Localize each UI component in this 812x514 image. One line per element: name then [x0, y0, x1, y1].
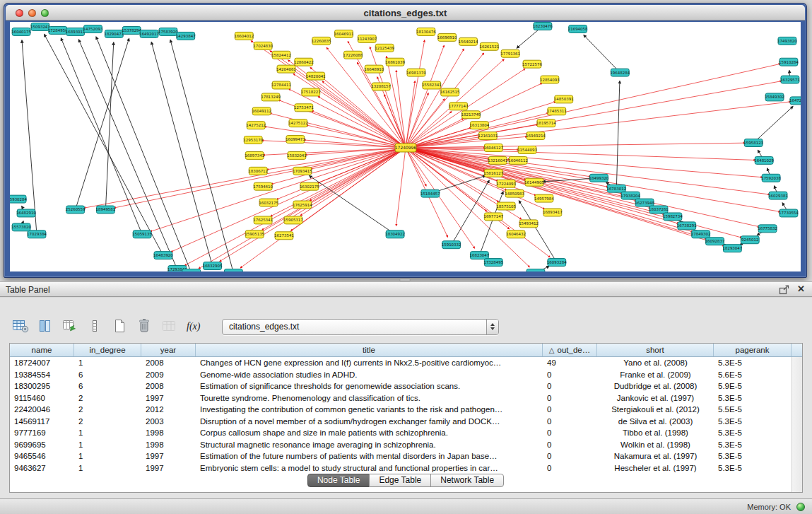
- graph-node[interactable]: 16775832: [758, 225, 777, 233]
- graph-node[interactable]: 16783012: [606, 185, 626, 192]
- graph-node[interactable]: 17485311: [547, 107, 567, 115]
- graph-node[interactable]: 12953170: [243, 136, 263, 144]
- graph-node[interactable]: 16977147: [483, 213, 503, 221]
- graph-node[interactable]: 16472937: [789, 97, 801, 105]
- graph-node[interactable]: 15905135: [245, 230, 264, 238]
- graph-node[interactable]: 15910284: [779, 58, 799, 66]
- graph-node[interactable]: 16897341: [245, 151, 264, 159]
- graph-node[interactable]: 16273541: [274, 232, 294, 240]
- graph-node[interactable]: 12784411: [271, 81, 291, 89]
- graph-node[interactable]: 16893417: [543, 209, 563, 216]
- window-titlebar[interactable]: citations_edges.txt: [6, 5, 805, 21]
- tab-network-table[interactable]: Network Table: [430, 474, 504, 487]
- graph-node[interactable]: 16696910: [437, 33, 457, 41]
- graph-node[interactable]: 16861039: [385, 58, 405, 66]
- graph-node[interactable]: 17224093: [496, 180, 516, 187]
- graph-node[interactable]: 17328495: [483, 259, 503, 267]
- graph-node[interactable]: 16040175: [11, 28, 31, 35]
- graph-node[interactable]: 17592038: [761, 174, 781, 182]
- graph-node[interactable]: 17518227: [301, 88, 321, 96]
- table-row[interactable]: 946554611997Estimation of the future num…: [10, 450, 792, 462]
- graph-node[interactable]: 15958123: [743, 139, 763, 147]
- graph-node[interactable]: 25260559: [66, 206, 86, 214]
- graph-node[interactable]: 17849302: [691, 230, 711, 238]
- graph-node[interactable]: 16049112: [252, 107, 271, 115]
- graph-node[interactable]: 16492017: [139, 30, 159, 37]
- graph-node[interactable]: 14850391: [554, 95, 574, 103]
- graph-node[interactable]: 17493820: [777, 37, 797, 45]
- table-row[interactable]: 969969511998Structural magnetic resonanc…: [10, 439, 792, 451]
- delete-column-button[interactable]: [135, 317, 153, 336]
- graph-node[interactable]: 18306712: [248, 167, 268, 175]
- graph-node[interactable]: 17730554: [779, 209, 799, 217]
- graph-node[interactable]: 16648910: [364, 65, 384, 73]
- graph-hub-node[interactable]: 17240996: [395, 144, 417, 152]
- graph-node[interactable]: 16313804: [470, 122, 490, 129]
- column-header-out_degree[interactable]: △out_de…: [543, 344, 597, 356]
- graph-node[interactable]: 16832905: [203, 262, 223, 270]
- graph-node[interactable]: 14275122: [288, 119, 308, 127]
- graph-node[interactable]: 13208157: [371, 83, 391, 90]
- table-row[interactable]: 1938455462009Genome-wide association stu…: [10, 369, 792, 381]
- column-header-pagerank[interactable]: pagerank: [714, 344, 792, 356]
- graph-node[interactable]: 17029384: [27, 230, 47, 238]
- graph-node[interactable]: 15910332: [442, 241, 461, 249]
- table-row[interactable]: 946362711997Embryonic stem cells: a mode…: [10, 462, 792, 474]
- graph-node[interactable]: 16046127: [483, 144, 503, 152]
- graph-node[interactable]: 16604012: [234, 32, 254, 40]
- graph-node[interactable]: 15184457: [420, 189, 440, 197]
- graph-node[interactable]: 14293847: [176, 32, 196, 40]
- graph-node[interactable]: 16092837: [705, 238, 725, 245]
- graph-node[interactable]: 21694058: [568, 25, 588, 33]
- graph-node[interactable]: 15728394: [182, 269, 201, 271]
- graph-node[interactable]: 18037261: [649, 206, 669, 214]
- graph-node[interactable]: 16893012: [66, 28, 86, 35]
- graph-node[interactable]: 15982734: [663, 213, 683, 221]
- graph-node[interactable]: 15573820: [11, 223, 31, 231]
- graph-node[interactable]: 14204061: [276, 65, 296, 73]
- graph-node[interactable]: 15059135: [132, 230, 152, 238]
- graph-node[interactable]: 15832041: [287, 151, 307, 159]
- graph-node[interactable]: 17938204: [620, 192, 640, 199]
- delete-table-button[interactable]: [160, 317, 178, 336]
- graph-node[interactable]: 16261521: [479, 42, 499, 50]
- table-row[interactable]: 1830029562008Estimation of significance …: [10, 380, 792, 392]
- table-row[interactable]: 911546021997Tourette syndrome. Phenomeno…: [10, 392, 792, 404]
- graph-node[interactable]: 12260835: [312, 37, 331, 45]
- show-columns-button[interactable]: [36, 317, 54, 336]
- graph-node[interactable]: 15905317: [283, 216, 303, 224]
- table-vertical-scrollbar[interactable]: [792, 357, 802, 492]
- graph-node[interactable]: 14752093: [83, 25, 103, 33]
- graph-node[interactable]: 17791361: [500, 49, 520, 57]
- graph-node[interactable]: 18949581: [96, 206, 116, 214]
- table-row[interactable]: 2242004622012Investigating the contribut…: [10, 404, 792, 416]
- graph-node[interactable]: 16029381: [768, 192, 788, 199]
- graph-node[interactable]: 12753471: [294, 104, 314, 112]
- graph-node[interactable]: 16329571: [780, 76, 800, 83]
- graph-node[interactable]: 16481029: [754, 156, 774, 164]
- table-row[interactable]: 977716911998Corpus callosum shape and si…: [10, 427, 792, 439]
- graph-node[interactable]: 15849302: [765, 93, 784, 101]
- graph-node[interactable]: 11544093: [517, 146, 537, 154]
- table-mode-button[interactable]: [11, 317, 30, 336]
- graph-node[interactable]: 18499320: [589, 174, 609, 182]
- graph-node[interactable]: 16046911: [334, 30, 354, 37]
- graph-node[interactable]: 12854093: [540, 76, 560, 83]
- graph-node[interactable]: 15930284: [10, 195, 28, 203]
- graph-node[interactable]: 17625341: [253, 216, 273, 224]
- close-panel-button[interactable]: ✕: [797, 284, 805, 294]
- graph-node[interactable]: 16046112: [508, 156, 528, 164]
- graph-node[interactable]: 15722576: [522, 60, 542, 68]
- graph-node[interactable]: 12125439: [375, 44, 394, 52]
- graph-node[interactable]: 16099473: [286, 136, 305, 144]
- table-selector-combobox[interactable]: citations_edges.txt: [222, 319, 499, 335]
- graph-node[interactable]: 18290471: [104, 30, 124, 37]
- graph-node[interactable]: 14820041: [306, 72, 326, 80]
- graph-node[interactable]: 14850983: [505, 189, 524, 197]
- graph-node[interactable]: 15493412: [519, 220, 539, 228]
- graph-node[interactable]: 13216041: [488, 156, 507, 164]
- graph-node[interactable]: 18230476: [533, 22, 553, 30]
- graph-node[interactable]: 16144905: [524, 178, 544, 186]
- graph-node[interactable]: 12161031: [478, 132, 498, 140]
- graph-node[interactable]: 18130476: [416, 28, 436, 35]
